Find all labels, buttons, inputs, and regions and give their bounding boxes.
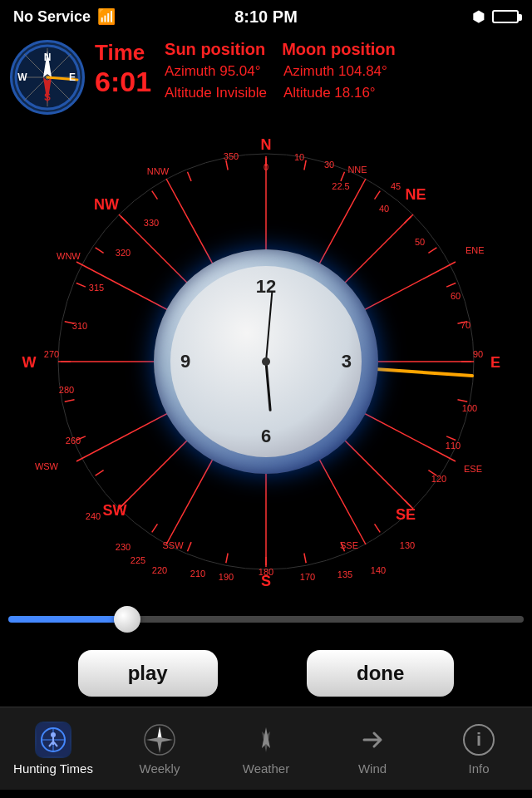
svg-text:E: E — [69, 71, 76, 83]
weather-icon — [248, 722, 284, 758]
info-panel: N S W E Time 6:01 Sun position Moon posi… — [0, 33, 532, 125]
svg-point-114 — [51, 732, 56, 737]
status-time: 8:10 PM — [234, 7, 298, 27]
svg-line-79 — [304, 160, 306, 170]
hour-hand — [265, 362, 272, 411]
hunting-times-icon — [35, 722, 71, 758]
bluetooth-icon: ⬢ — [472, 7, 485, 26]
svg-line-104 — [76, 283, 86, 287]
tab-weather[interactable]: Weather — [213, 707, 319, 790]
done-button[interactable]: done — [307, 650, 454, 697]
clock-center — [262, 357, 270, 366]
svg-text:280: 280 — [59, 385, 74, 395]
svg-text:60: 60 — [451, 291, 461, 301]
svg-text:130: 130 — [400, 540, 415, 550]
svg-line-101 — [65, 400, 75, 401]
tab-weather-label: Weather — [243, 761, 289, 776]
wind-icon — [354, 722, 391, 758]
svg-point-123 — [157, 737, 162, 742]
svg-text:N: N — [261, 136, 272, 153]
tab-weekly[interactable]: Weekly — [106, 707, 213, 790]
clock-12: 12 — [256, 276, 276, 298]
compass-rose-small: N S W E — [10, 40, 85, 115]
moon-data: Azimuth 104.84° Altitude 18.16° — [283, 61, 387, 103]
svg-text:40: 40 — [379, 204, 389, 214]
tab-hunting-times[interactable]: Hunting Times — [0, 707, 106, 790]
svg-text:NNW: NNW — [147, 166, 170, 176]
svg-text:170: 170 — [300, 572, 315, 582]
svg-text:110: 110 — [446, 441, 461, 451]
time-label: Time — [95, 40, 151, 66]
sun-data: Azimuth 95.04° Altitude Invisible — [165, 61, 267, 103]
slider-container[interactable] — [0, 598, 532, 640]
tab-bar: Hunting Times Weekly Weather — [0, 707, 532, 790]
svg-text:ENE: ENE — [466, 245, 485, 255]
svg-line-97 — [152, 524, 158, 532]
svg-line-83 — [428, 248, 436, 254]
svg-line-99 — [96, 470, 104, 476]
celestial-info: Sun position Moon position Azimuth 95.04… — [165, 40, 522, 103]
svg-text:SE: SE — [396, 506, 416, 523]
tab-info[interactable]: i Info — [426, 707, 532, 790]
time-slider-track[interactable] — [8, 616, 524, 623]
time-display: Time 6:01 — [95, 40, 151, 98]
wifi-icon: 📶 — [97, 7, 116, 26]
svg-text:W: W — [17, 71, 27, 83]
svg-line-80 — [341, 172, 345, 181]
svg-text:10: 10 — [294, 152, 304, 162]
svg-text:ESE: ESE — [464, 464, 482, 474]
carrier-text: No Service — [13, 8, 91, 26]
status-bar: No Service 📶 8:10 PM ⬢ — [0, 0, 532, 33]
status-left: No Service 📶 — [13, 7, 116, 26]
status-right: ⬢ — [472, 7, 519, 26]
svg-text:50: 50 — [415, 237, 425, 247]
svg-line-84 — [446, 283, 456, 287]
tab-hunting-label: Hunting Times — [13, 761, 93, 776]
info-icon: i — [461, 722, 497, 758]
svg-line-95 — [226, 553, 228, 563]
svg-line-109 — [226, 160, 228, 170]
moon-azimuth: Azimuth 104.84° — [283, 63, 387, 79]
svg-line-88 — [446, 436, 456, 441]
svg-text:45: 45 — [391, 181, 401, 191]
tab-wind[interactable]: Wind — [319, 707, 426, 790]
svg-text:N: N — [44, 52, 52, 63]
sun-altitude: Altitude Invisible — [165, 85, 267, 101]
svg-text:320: 320 — [116, 248, 131, 258]
tab-wind-label: Wind — [358, 761, 387, 776]
svg-line-82 — [404, 216, 411, 223]
clock-3: 3 — [342, 351, 352, 372]
play-button[interactable]: play — [78, 650, 218, 697]
buttons-row: play done — [0, 640, 532, 707]
tab-info-label: Info — [468, 761, 489, 776]
svg-line-107 — [152, 191, 158, 200]
svg-text:225: 225 — [131, 555, 145, 565]
svg-text:270: 270 — [44, 349, 59, 359]
svg-text:WSW: WSW — [35, 461, 59, 471]
moon-heading: Moon position — [282, 40, 396, 59]
tab-weekly-label: Weekly — [140, 761, 180, 776]
svg-text:220: 220 — [152, 565, 167, 575]
svg-line-96 — [187, 542, 191, 551]
svg-text:90: 90 — [473, 349, 483, 359]
svg-text:120: 120 — [431, 474, 446, 484]
svg-text:E: E — [490, 354, 500, 371]
svg-text:22.5: 22.5 — [332, 181, 349, 191]
svg-text:100: 100 — [462, 403, 477, 413]
svg-line-87 — [457, 400, 467, 401]
svg-text:330: 330 — [144, 218, 159, 228]
clock-face: 12 3 6 9 — [170, 266, 362, 457]
svg-line-105 — [96, 248, 104, 254]
time-value: 6:01 — [95, 66, 151, 98]
analog-clock: 12 3 6 9 — [154, 249, 378, 474]
svg-text:180: 180 — [259, 567, 273, 577]
moon-altitude: Altitude 18.16° — [283, 85, 376, 101]
svg-text:310: 310 — [72, 321, 87, 331]
svg-text:i: i — [476, 729, 481, 750]
svg-text:W: W — [22, 354, 37, 371]
clock-9: 9 — [180, 351, 190, 372]
svg-text:NNE: NNE — [347, 165, 367, 175]
svg-line-93 — [304, 553, 306, 563]
time-slider-thumb[interactable] — [114, 606, 140, 633]
battery-icon — [492, 10, 519, 23]
